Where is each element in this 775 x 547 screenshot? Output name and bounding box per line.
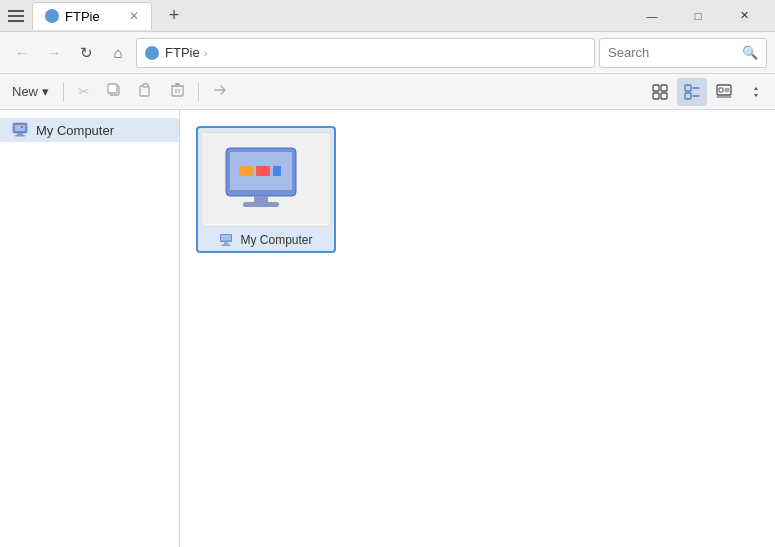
share-button[interactable] xyxy=(205,78,235,106)
search-box[interactable]: 🔍 xyxy=(599,38,767,68)
computer-icon-small xyxy=(219,234,235,247)
svg-rect-36 xyxy=(221,235,231,241)
svg-rect-24 xyxy=(17,126,20,128)
close-button[interactable]: ✕ xyxy=(721,0,767,32)
svg-rect-10 xyxy=(661,85,667,91)
svg-rect-25 xyxy=(21,126,23,128)
svg-rect-12 xyxy=(661,93,667,99)
browser-tab[interactable]: FTPie ✕ xyxy=(32,2,152,30)
content-area: My Computer xyxy=(180,110,775,547)
computer-icon-large xyxy=(221,144,311,216)
svg-rect-3 xyxy=(143,84,148,87)
delete-button[interactable] xyxy=(163,78,192,106)
svg-rect-15 xyxy=(685,93,691,99)
minimize-button[interactable]: — xyxy=(629,0,675,32)
toolbar-separator-1 xyxy=(63,82,64,102)
share-icon xyxy=(213,83,227,100)
new-button[interactable]: New ▾ xyxy=(4,78,57,106)
hamburger-menu-icon[interactable] xyxy=(8,10,24,22)
toolbar-separator-2 xyxy=(198,82,199,102)
titlebar-left: FTPie ✕ + xyxy=(8,2,629,30)
path-chevron: › xyxy=(204,47,208,59)
svg-rect-9 xyxy=(653,85,659,91)
window-controls: — □ ✕ xyxy=(629,0,767,32)
sidebar-item-label: My Computer xyxy=(36,123,114,138)
view-more-button[interactable] xyxy=(741,78,771,106)
cut-button[interactable]: ✂ xyxy=(70,78,97,106)
maximize-button[interactable]: □ xyxy=(675,0,721,32)
svg-rect-1 xyxy=(108,84,117,93)
reload-button[interactable]: ↻ xyxy=(72,39,100,67)
paste-icon xyxy=(139,83,153,100)
file-thumbnail xyxy=(201,132,331,227)
svg-rect-32 xyxy=(273,166,281,176)
file-item-name-container: My Computer xyxy=(219,233,312,247)
svg-rect-13 xyxy=(685,85,691,91)
new-dropdown-icon: ▾ xyxy=(42,84,49,99)
toolbar: New ▾ ✂ xyxy=(0,74,775,110)
home-button[interactable]: ⌂ xyxy=(104,39,132,67)
svg-rect-33 xyxy=(254,196,268,202)
cut-icon: ✂ xyxy=(78,84,89,99)
file-item-mycomputer[interactable]: My Computer xyxy=(196,126,336,253)
paste-button[interactable] xyxy=(131,78,161,106)
new-tab-button[interactable]: + xyxy=(160,2,188,30)
svg-rect-11 xyxy=(653,93,659,99)
svg-rect-30 xyxy=(239,166,253,176)
path-root: FTPie xyxy=(165,45,200,60)
address-path: FTPie › xyxy=(165,45,207,60)
svg-rect-18 xyxy=(719,88,723,92)
copy-icon xyxy=(107,83,121,100)
view-thumbnail-button[interactable] xyxy=(709,78,739,106)
search-icon[interactable]: 🔍 xyxy=(742,45,758,60)
back-button[interactable]: ← xyxy=(8,39,36,67)
view-grid-button[interactable] xyxy=(645,78,675,106)
svg-rect-37 xyxy=(224,242,228,244)
svg-rect-31 xyxy=(256,166,270,176)
tab-favicon-icon xyxy=(45,9,59,23)
computer-icon-sidebar xyxy=(12,122,30,138)
address-bar[interactable]: FTPie › xyxy=(136,38,595,68)
tab-label: FTPie xyxy=(65,9,100,24)
sidebar: My Computer xyxy=(0,110,180,547)
delete-icon xyxy=(171,83,184,100)
search-input[interactable] xyxy=(608,45,738,60)
svg-rect-34 xyxy=(243,202,279,207)
address-favicon-icon xyxy=(145,46,159,60)
file-item-label: My Computer xyxy=(240,233,312,247)
copy-button[interactable] xyxy=(99,78,129,106)
forward-button[interactable]: → xyxy=(40,39,68,67)
svg-rect-26 xyxy=(17,133,23,135)
tab-close-button[interactable]: ✕ xyxy=(129,10,139,22)
view-details-button[interactable] xyxy=(677,78,707,106)
sidebar-item-mycomputer[interactable]: My Computer xyxy=(0,118,179,142)
main-area: My Computer xyxy=(0,110,775,547)
svg-rect-38 xyxy=(222,244,231,246)
svg-rect-4 xyxy=(172,86,183,96)
svg-rect-27 xyxy=(15,135,25,137)
addressbar: ← → ↻ ⌂ FTPie › 🔍 xyxy=(0,32,775,74)
titlebar: FTPie ✕ + — □ ✕ xyxy=(0,0,775,32)
new-label: New xyxy=(12,84,38,99)
